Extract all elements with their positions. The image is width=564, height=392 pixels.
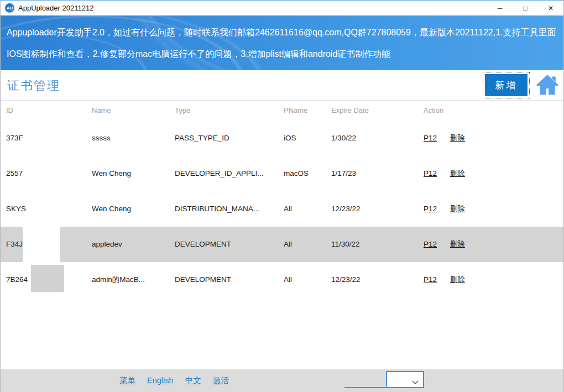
redaction-box (23, 227, 60, 262)
cell-action: P12 删除 (418, 227, 563, 262)
column-header-action: Action (418, 101, 563, 121)
cell-name: Wen Cheng (86, 156, 169, 191)
table-row[interactable]: SKYS Wen Cheng DISTRIBUTION_MANA... All … (1, 191, 563, 227)
cell-type: DEVELOPMENT (169, 262, 278, 297)
footer-bar: 菜单 English 中文 激活 (1, 369, 563, 392)
add-certificate-button[interactable]: 新增 (485, 74, 528, 96)
cell-pname: All (278, 227, 326, 262)
window-title: AppUploader 20211212 (18, 4, 93, 12)
p12-link[interactable]: P12 (424, 205, 437, 213)
cell-expire: 1/17/23 (326, 156, 418, 191)
p12-link[interactable]: P12 (424, 169, 437, 177)
cell-name: sssss (86, 121, 169, 156)
p12-link[interactable]: P12 (424, 134, 437, 142)
cell-pname: iOS (278, 121, 326, 156)
certificate-table: 373F sssss PASS_TYPE_ID iOS 1/30/22 P12 … (1, 121, 563, 297)
chevron-down-icon (412, 377, 419, 387)
cell-action: P12 删除 (418, 156, 563, 191)
chinese-link[interactable]: 中文 (185, 376, 201, 385)
column-header-id: ID (1, 101, 86, 121)
cell-id: 373F (1, 121, 86, 156)
home-button[interactable] (535, 74, 560, 98)
delete-link[interactable]: 删除 (450, 134, 465, 142)
table-row-selected[interactable]: F34J appledev DEVELOPMENT All 11/30/22 P… (1, 227, 563, 262)
add-button-focus-outline: 新增 (483, 72, 530, 98)
column-header-name: Name (86, 101, 169, 121)
home-icon (535, 90, 560, 98)
cell-name: admin的MacB... (86, 262, 169, 297)
combo-underline (344, 371, 424, 388)
cell-expire: 12/23/22 (326, 191, 418, 227)
titlebar: AU AppUploader 20211212 ─ □ ✕ (1, 0, 563, 15)
redaction-box (31, 265, 64, 292)
notice-line-1: Appuploader开发助手2.0，如过有什么问题，随时联系我们邮箱24626… (7, 22, 557, 43)
column-header-type: Type (169, 101, 278, 121)
table-row[interactable]: 373F sssss PASS_TYPE_ID iOS 1/30/22 P12 … (1, 121, 563, 156)
minimize-icon[interactable]: ─ (487, 1, 513, 16)
cell-action: P12 删除 (418, 121, 563, 156)
menu-link[interactable]: 菜单 (119, 376, 135, 385)
cell-type: PASS_TYPE_ID (169, 121, 278, 156)
window-controls: ─ □ ✕ (487, 1, 563, 16)
cell-type: DEVELOPER_ID_APPLI... (169, 156, 278, 191)
delete-link[interactable]: 删除 (450, 205, 465, 213)
cell-pname: macOS (278, 156, 326, 191)
maximize-icon[interactable]: □ (513, 1, 538, 16)
p12-link[interactable]: P12 (424, 275, 437, 284)
table-row[interactable]: 7B264 admin的MacB... DEVELOPMENT All 12/2… (1, 262, 563, 297)
cell-expire: 1/30/22 (326, 121, 418, 156)
cell-name: appledev (86, 227, 169, 262)
english-link[interactable]: English (147, 376, 174, 385)
p12-link[interactable]: P12 (424, 240, 437, 248)
app-window: AU AppUploader 20211212 ─ □ ✕ Appuploade… (0, 0, 564, 392)
language-dropdown[interactable] (386, 371, 424, 388)
app-logo-icon: AU (5, 3, 14, 13)
cell-pname: All (278, 262, 326, 297)
column-header-pname: PName (278, 101, 326, 121)
cell-expire: 11/30/22 (326, 227, 418, 262)
page-title: 证书管理 (7, 70, 60, 101)
cell-id: 2557 (1, 156, 86, 191)
delete-link[interactable]: 删除 (450, 275, 465, 284)
cell-name: Wen Cheng (86, 191, 169, 227)
footer-links: 菜单 English 中文 激活 (119, 369, 238, 392)
cell-type: DEVELOPMENT (169, 227, 278, 262)
cell-expire: 12/23/22 (326, 262, 418, 297)
cell-type: DISTRIBUTION_MANA... (169, 191, 278, 227)
notice-line-2: IOS图标制作和查看，2.修复部分mac电脑运行不了的问题，3.增加plist编… (7, 43, 557, 65)
cell-action: P12 删除 (418, 191, 563, 227)
cell-pname: All (278, 191, 326, 227)
cell-id: SKYS (1, 191, 86, 227)
close-icon[interactable]: ✕ (538, 1, 563, 16)
table-header: ID Name Type PName Expire Date Action (1, 101, 563, 121)
activate-link[interactable]: 激活 (213, 376, 229, 385)
column-header-expire: Expire Date (326, 101, 418, 121)
delete-link[interactable]: 删除 (450, 169, 465, 177)
page-header: 证书管理 新增 (1, 70, 563, 101)
delete-link[interactable]: 删除 (450, 240, 465, 248)
table-row[interactable]: 2557 Wen Cheng DEVELOPER_ID_APPLI... mac… (1, 156, 563, 191)
notice-banner: Appuploader开发助手2.0，如过有什么问题，随时联系我们邮箱24626… (1, 15, 563, 70)
cell-action: P12 删除 (418, 262, 563, 297)
